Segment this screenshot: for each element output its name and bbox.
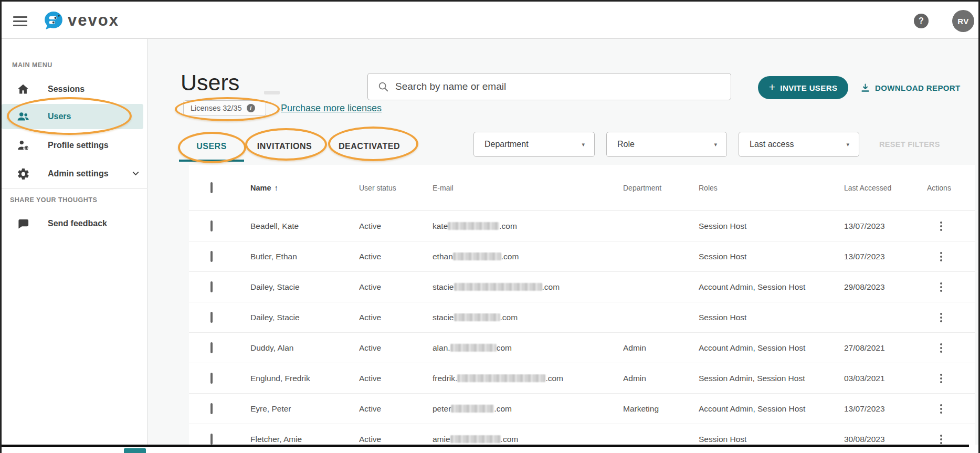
- cell-roles: Account Admin, Session Host: [699, 282, 844, 292]
- cell-status: Active: [359, 404, 433, 414]
- screenshot-bottom-border: [2, 445, 969, 447]
- avatar[interactable]: RV: [952, 10, 974, 32]
- person-gear-icon: [16, 139, 30, 152]
- redacted-email-mask: [454, 283, 542, 291]
- licenses-count: Licenses 32/35: [191, 104, 242, 112]
- invite-users-button[interactable]: + INVITE USERS: [758, 76, 848, 99]
- row-actions-button[interactable]: [934, 340, 948, 356]
- row-checkbox[interactable]: [210, 403, 213, 414]
- cell-status: Active: [359, 252, 433, 261]
- redacted-email-mask: [451, 405, 494, 413]
- row-checkbox[interactable]: [210, 373, 213, 384]
- cell-last-accessed: 13/07/2023: [844, 222, 927, 231]
- cell-email: peter.com: [433, 404, 623, 414]
- sort-asc-icon: ↑: [275, 183, 279, 192]
- col-header-department: Department: [623, 184, 699, 192]
- row-checkbox[interactable]: [210, 342, 213, 353]
- main-menu-label: MAIN MENU: [12, 61, 52, 69]
- chevron-down-icon: [132, 170, 140, 177]
- last-access-filter-dropdown[interactable]: Last access ▾: [739, 132, 859, 157]
- cell-department: Admin: [623, 374, 699, 383]
- redacted-email-mask: [450, 435, 501, 443]
- caret-down-icon: ▾: [582, 141, 585, 148]
- sidebar: MAIN MENU Sessions Users: [2, 39, 147, 445]
- cut-off-widget: [124, 448, 146, 453]
- role-filter-dropdown[interactable]: Role ▾: [606, 132, 727, 157]
- row-actions-button[interactable]: [934, 248, 948, 265]
- col-header-user-status: User status: [359, 184, 433, 192]
- row-actions-button[interactable]: [934, 309, 948, 326]
- table-row: Englund, Fredrik Active fredrik..com Adm…: [189, 363, 975, 394]
- tooltip-artifact: [264, 91, 280, 94]
- cell-name: Duddy, Alan: [250, 343, 359, 353]
- download-report-button[interactable]: DOWNLOAD REPORT: [860, 80, 961, 95]
- cell-email: stacie.com: [433, 313, 623, 322]
- cell-roles: Session Host: [699, 435, 844, 444]
- search-icon: [377, 81, 389, 92]
- row-actions-button[interactable]: [934, 218, 948, 235]
- hamburger-menu-icon[interactable]: [13, 16, 27, 27]
- sidebar-item-sessions[interactable]: Sessions: [2, 77, 143, 102]
- sidebar-item-admin-settings[interactable]: Admin settings: [2, 161, 143, 186]
- cell-roles: Account Admin, Session Host: [699, 404, 844, 414]
- cell-roles: Session Admin, Session Host: [699, 374, 844, 383]
- cell-last-accessed: 27/08/2021: [844, 343, 927, 353]
- tab-invitations[interactable]: INVITATIONS: [254, 131, 315, 162]
- row-checkbox[interactable]: [210, 281, 213, 292]
- select-all-checkbox[interactable]: [210, 182, 213, 193]
- row-actions-button[interactable]: [934, 370, 948, 387]
- vevox-logo: vevox: [44, 10, 119, 30]
- download-icon: [860, 83, 870, 93]
- col-header-roles: Roles: [699, 184, 844, 192]
- row-actions-button[interactable]: [934, 279, 948, 296]
- row-checkbox[interactable]: [210, 251, 213, 262]
- col-header-actions: Actions: [927, 184, 975, 192]
- cell-name: Dailey, Stacie: [250, 282, 359, 292]
- sidebar-item-send-feedback[interactable]: Send feedback: [2, 211, 143, 236]
- row-checkbox[interactable]: [210, 220, 213, 231]
- tab-deactivated[interactable]: DEACTIVATED: [337, 131, 402, 162]
- cell-status: Active: [359, 343, 433, 353]
- sidebar-divider: [2, 188, 147, 189]
- table-row: Dailey, Stacie Active stacie.com Session…: [189, 302, 975, 333]
- cell-name: Eyre, Peter: [250, 404, 359, 414]
- cell-last-accessed: 13/07/2023: [844, 404, 927, 414]
- search-box: [367, 73, 731, 100]
- cell-last-accessed: 29/08/2023: [844, 282, 927, 292]
- users-table: Name ↑ User status E-mail Department Rol…: [189, 165, 975, 453]
- table-row: Fletcher, Amie Active amie.com Session H…: [189, 424, 975, 453]
- home-icon: [16, 82, 30, 96]
- sidebar-item-profile-settings[interactable]: Profile settings: [2, 133, 143, 158]
- cell-roles: Session Host: [699, 252, 844, 261]
- cell-status: Active: [359, 374, 433, 383]
- cell-name: Dailey, Stacie: [250, 313, 359, 322]
- table-row: Eyre, Peter Active peter.com Marketing A…: [189, 394, 975, 424]
- cell-roles: Session Host: [699, 313, 844, 322]
- table-body: Beadell, Kate Active kate.com Session Ho…: [189, 211, 975, 453]
- row-checkbox[interactable]: [210, 312, 213, 323]
- cell-status: Active: [359, 282, 433, 292]
- col-header-email: E-mail: [433, 184, 623, 192]
- sidebar-item-users[interactable]: Users: [2, 104, 143, 129]
- reset-filters-button[interactable]: RESET FILTERS: [879, 132, 953, 157]
- vevox-logo-bubble-icon: [44, 10, 64, 30]
- row-checkbox[interactable]: [210, 434, 213, 445]
- licenses-badge: Licenses 32/35 i: [183, 100, 266, 116]
- brand-wordmark: vevox: [68, 11, 119, 30]
- cell-status: Active: [359, 435, 433, 444]
- cell-last-accessed: 30/08/2023: [844, 435, 927, 444]
- cell-last-accessed: 13/07/2023: [844, 252, 927, 261]
- department-filter-dropdown[interactable]: Department ▾: [473, 132, 595, 157]
- purchase-more-licenses-link[interactable]: Purchase more licenses: [281, 103, 382, 114]
- cell-name: Fletcher, Amie: [250, 435, 359, 444]
- tab-users[interactable]: USERS: [179, 131, 244, 162]
- col-header-name[interactable]: Name ↑: [250, 183, 359, 192]
- share-thoughts-label: SHARE YOUR THOUGHTS: [10, 196, 97, 204]
- redacted-email-mask: [448, 222, 499, 230]
- row-actions-button[interactable]: [934, 401, 948, 417]
- cell-department: Marketing: [623, 404, 699, 414]
- search-input[interactable]: [395, 81, 700, 92]
- info-icon[interactable]: i: [247, 104, 255, 112]
- help-icon[interactable]: ?: [914, 14, 929, 28]
- cell-roles: Account Admin, Session Host: [699, 343, 844, 353]
